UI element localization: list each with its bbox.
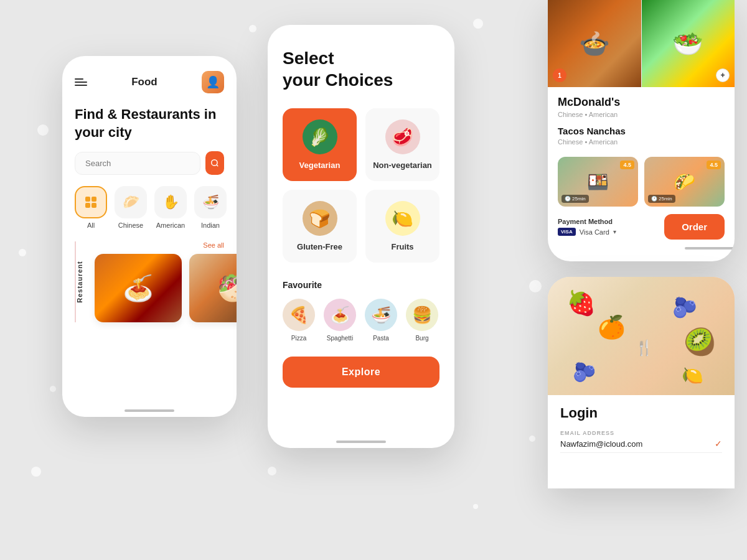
qty-badge-1[interactable]: 1: [553, 68, 566, 82]
choices-headline: Selectyour Choices: [283, 47, 439, 91]
fruits-icon: 🍋: [385, 201, 420, 236]
non-veg-label: Non-vegetarian: [373, 161, 432, 170]
indian-icon: 🍜: [194, 186, 227, 218]
rating-corner-2: 4.5: [707, 161, 721, 169]
fav-spaghetti[interactable]: 🍝 Spaghetti: [324, 299, 356, 342]
fav-pasta[interactable]: 🍜 Pasta: [365, 299, 397, 342]
sub-image-2: 🌮 4.5 🕐25min: [644, 157, 725, 207]
category-all[interactable]: All: [75, 186, 107, 229]
email-label: EMAIL ADDRESS: [560, 430, 722, 436]
category-row: All 🥟 Chinese ✋ American 🍜 Indian: [75, 186, 224, 229]
time-badge-1: 🕐25min: [561, 195, 589, 203]
restaurant-card-1[interactable]: 🍝 Daylight Coffee Colarado, San Francisc…: [95, 254, 182, 322]
restaurant-cuisine-main: Chinese • American: [558, 111, 725, 118]
cat-american-label: American: [156, 222, 185, 229]
restaurant-image-1: 🍝: [95, 254, 182, 322]
svg-rect-3: [85, 203, 90, 208]
burger-label: Burg: [415, 335, 428, 342]
restaurant-name-main: McDonald's: [558, 96, 725, 109]
spaghetti-icon: 🍝: [324, 299, 356, 331]
pasta-label: Pasta: [373, 335, 389, 342]
svg-rect-4: [92, 203, 96, 208]
food-background-image: 🍓 🫐 🍊 🥝 🫐 🍋 🍴: [548, 277, 735, 395]
choice-gluten[interactable]: 🍞 Gluten-Free: [283, 190, 357, 263]
phone-choices: Selectyour Choices 🥬 Vegetarian 🥩 Non-ve…: [268, 25, 454, 448]
restaurant-cuisine-2: Chinese • American: [558, 138, 725, 146]
chinese-icon: 🥟: [115, 186, 147, 218]
category-indian[interactable]: 🍜 Indian: [194, 186, 227, 229]
search-button[interactable]: [205, 151, 224, 175]
restaurant-name-2: Tacos Nanchas: [558, 126, 725, 136]
svg-rect-2: [92, 197, 96, 202]
non-veg-icon: 🥩: [385, 119, 420, 154]
email-input-row: Nawfazim@icloud.com ✓: [560, 439, 722, 453]
search-bar: [75, 151, 224, 175]
category-american[interactable]: ✋ American: [154, 186, 187, 229]
category-chinese[interactable]: 🥟 Chinese: [115, 186, 147, 229]
explore-button[interactable]: Explore: [283, 357, 439, 388]
american-icon: ✋: [154, 186, 187, 218]
vegetarian-icon: 🥬: [303, 119, 337, 154]
card-text: Visa Card: [580, 228, 609, 236]
all-icon: [75, 186, 107, 218]
order-button[interactable]: Order: [664, 214, 725, 240]
chevron-down-icon[interactable]: ▾: [613, 228, 616, 235]
sub-images: 🍱 4.5 🕐25min 🌮 4.5 🕐25min: [558, 157, 725, 207]
menu-icon[interactable]: [75, 78, 87, 86]
avatar[interactable]: 👤: [202, 71, 224, 93]
food-image-left: 🍲 1: [548, 0, 642, 87]
see-all-link[interactable]: See all: [203, 241, 224, 249]
home-indicator-2: [336, 441, 386, 443]
choices-grid: 🥬 Vegetarian 🥩 Non-vegetarian 🍞 Gluten-F…: [283, 108, 439, 263]
rating-corner-1: 4.5: [620, 161, 634, 169]
vegetarian-label: Vegetarian: [299, 161, 341, 170]
cat-all-label: All: [87, 222, 95, 229]
pasta-icon: 🍜: [365, 299, 397, 331]
phone-login: 🍓 🫐 🍊 🥝 🫐 🍋 🍴 Login EMAIL ADDRESS Nawfaz…: [548, 277, 735, 488]
spaghetti-label: Spaghetti: [327, 335, 353, 342]
choice-non-veg[interactable]: 🥩 Non-vegetarian: [365, 108, 439, 181]
time-badge-2: 🕐25min: [648, 195, 675, 203]
restaurant-card-2[interactable]: 🥙 Mario Ita Colarado, 4.5 25m: [189, 254, 237, 322]
fruits-label: Fruits: [391, 242, 413, 251]
gluten-icon: 🍞: [303, 201, 337, 236]
phone-food-search: Food 👤 Find & Restaurants in your city: [62, 56, 237, 417]
food-image-right: 🥗 +: [642, 0, 735, 87]
search-input[interactable]: [75, 152, 200, 175]
restaurant-section: Restaurent See all 🍝 Daylight Coffee Col…: [75, 241, 224, 322]
top-food-images: 🍲 1 🥗 +: [548, 0, 735, 87]
pizza-label: Pizza: [291, 335, 306, 342]
favourite-title: Favourite: [283, 280, 439, 290]
check-icon: ✓: [715, 439, 722, 449]
favourite-row: 🍕 Pizza 🍝 Spaghetti 🍜 Pasta 🍔 Burg: [283, 299, 439, 342]
visa-badge: VISA: [558, 228, 576, 236]
headline: Find & Restaurants in your city: [75, 106, 224, 141]
pizza-icon: 🍕: [283, 299, 315, 331]
home-indicator-3: [685, 247, 735, 250]
phone-order: 🍲 1 🥗 + McDonald's Chinese • American Ta…: [548, 0, 735, 261]
choice-vegetarian[interactable]: 🥬 Vegetarian: [283, 108, 357, 181]
cat-chinese-label: Chinese: [118, 222, 143, 229]
add-button-1[interactable]: +: [716, 68, 730, 82]
gluten-label: Gluten-Free: [297, 242, 342, 251]
fav-pizza[interactable]: 🍕 Pizza: [283, 299, 315, 342]
cat-indian-label: Indian: [201, 222, 220, 229]
app-title: Food: [131, 76, 157, 88]
fav-burger[interactable]: 🍔 Burg: [406, 299, 438, 342]
payment-label: Payment Method: [558, 218, 616, 225]
svg-point-0: [212, 160, 217, 166]
section-label: Restaurent: [76, 261, 83, 302]
home-indicator: [125, 409, 174, 412]
burger-icon: 🍔: [406, 299, 438, 331]
svg-rect-1: [85, 197, 90, 202]
login-title: Login: [560, 405, 722, 421]
restaurant-image-2: 🥙: [189, 254, 237, 322]
payment-row: Payment Method VISA Visa Card ▾ Order: [558, 214, 725, 240]
sub-image-1: 🍱 4.5 🕐25min: [558, 157, 638, 207]
email-value[interactable]: Nawfazim@icloud.com: [560, 439, 715, 449]
choice-fruits[interactable]: 🍋 Fruits: [365, 190, 439, 263]
